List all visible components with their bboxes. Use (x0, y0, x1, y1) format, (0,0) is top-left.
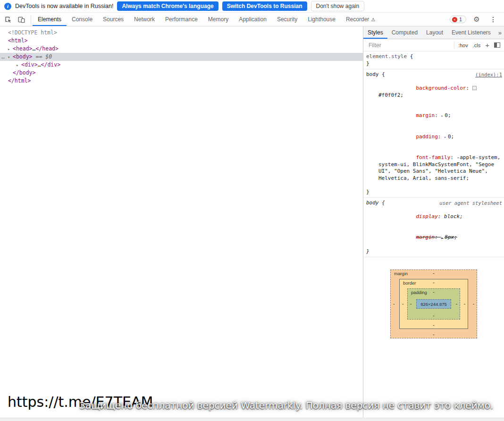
padding-label: padding (411, 290, 427, 295)
ellipsis: … (38, 61, 41, 68)
tree-row-html-close[interactable]: </html> (0, 77, 363, 85)
tab-recorder[interactable]: Recorder ⚠ (341, 13, 380, 26)
padding-right-value[interactable]: - (456, 302, 457, 306)
inspect-cursor-icon[interactable] (2, 14, 14, 25)
element-style-selector[interactable]: element.style (366, 53, 407, 59)
box-model-border[interactable]: border - - - - padding - - - - 82 (399, 279, 468, 329)
tree-row-body-close[interactable]: </body> (0, 69, 363, 77)
switch-devtools-russian-button[interactable]: Switch DevTools to Russian (222, 1, 307, 11)
css-property-display: display: block; (366, 207, 502, 227)
tab-sources[interactable]: Sources (98, 13, 129, 26)
expand-arrow-icon[interactable]: ▸ (441, 114, 443, 118)
box-model-content-size[interactable]: 826×244.875 (416, 299, 451, 309)
tab-styles[interactable]: Styles (363, 26, 387, 39)
box-model-padding[interactable]: padding - - - - 826×244.875 (407, 288, 460, 320)
margin-left-value[interactable]: - (393, 302, 395, 306)
border-left-value[interactable]: - (402, 302, 403, 306)
elements-panel: <!DOCTYPE html> <html> ▸<head>…</head> …… (0, 26, 363, 421)
css-property-font-family[interactable]: font-family: -apple-system, system-ui, B… (366, 148, 502, 189)
dont-show-again-button[interactable]: Don't show again (311, 1, 365, 11)
overflow-dots-icon[interactable]: … (1, 53, 4, 61)
tab-overflow-chevron-icon[interactable]: » (495, 26, 504, 39)
box-model-diagram: margin - - - - border - - - - padding (390, 269, 477, 338)
devtools-toolbar: Elements Console Sources Network Perform… (0, 13, 504, 26)
panel-tabs: Elements Console Sources Network Perform… (33, 13, 380, 26)
rule-selector[interactable]: body { (366, 71, 385, 77)
always-match-language-button[interactable]: Always match Chrome's language (117, 1, 218, 11)
dollar-zero-marker: == $0 (36, 53, 52, 60)
styles-sidebar: Styles Computed Layout Event Listeners »… (363, 26, 504, 421)
tab-layout[interactable]: Layout (422, 26, 447, 39)
styles-filter-input[interactable] (368, 42, 454, 49)
tree-row-doctype[interactable]: <!DOCTYPE html> (0, 29, 363, 37)
tab-security[interactable]: Security (272, 13, 302, 26)
tab-lighthouse[interactable]: Lighthouse (302, 13, 341, 26)
tree-row-div[interactable]: ▸<div>…</div> (0, 61, 363, 69)
new-style-rule-button[interactable]: + (485, 42, 489, 48)
color-swatch[interactable] (472, 86, 477, 90)
tab-computed[interactable]: Computed (387, 26, 422, 39)
devtools-window: i DevTools is now available in Russian! … (0, 0, 504, 421)
error-count-badge[interactable]: × 1 (450, 16, 466, 23)
padding-bottom-value[interactable]: - (433, 313, 434, 318)
watermark-text: Защищено бесплатной версией Watermarkly.… (79, 400, 493, 411)
border-bottom-value[interactable]: - (433, 323, 434, 328)
info-icon: i (4, 3, 11, 10)
padding-left-value[interactable]: - (410, 302, 412, 306)
styles-filter-row: :hov .cls + (363, 39, 504, 51)
tab-network[interactable]: Network (129, 13, 160, 26)
tab-elements[interactable]: Elements (33, 13, 67, 26)
settings-gear-icon[interactable]: ⚙ (470, 14, 483, 25)
box-model-margin[interactable]: margin - - - - border - - - - padding (390, 269, 477, 338)
expand-arrow-icon: ▸ (441, 236, 443, 240)
margin-top-value[interactable]: - (433, 271, 434, 276)
div-close-tag: </div> (41, 61, 61, 68)
element-style-rule: element.style { } (363, 51, 504, 69)
close-brace: } (366, 60, 502, 67)
div-open-tag: <div> (21, 61, 38, 68)
margin-bottom-value[interactable]: - (433, 332, 434, 337)
border-label: border (403, 280, 416, 286)
devtools-panes: <!DOCTYPE html> <html> ▸<head>…</head> …… (0, 26, 504, 421)
horizontal-scrollbar[interactable] (0, 418, 504, 421)
chevron-right-icon[interactable]: ▸ (8, 45, 13, 53)
tree-row-head[interactable]: ▸<head>…</head> (0, 45, 363, 53)
body-close-tag: </body> (13, 69, 35, 76)
css-property-margin-overridden: margin: ▸8px; (366, 227, 502, 248)
expand-arrow-icon[interactable]: ▸ (444, 135, 446, 139)
computed-sidebar-toggle-icon[interactable] (494, 42, 500, 48)
close-brace: } (366, 189, 502, 196)
doctype-text: <!DOCTYPE html> (8, 29, 57, 36)
css-property-background-color[interactable]: background-color: #f0f0f2; (366, 78, 502, 106)
css-property-padding[interactable]: padding: ▸0; (366, 126, 502, 148)
notification-bar: i DevTools is now available in Russian! … (0, 0, 504, 13)
chevron-right-icon[interactable]: ▸ (16, 61, 21, 69)
chevron-down-icon[interactable]: ▾ (8, 53, 13, 61)
tab-console[interactable]: Console (67, 13, 98, 26)
css-property-margin[interactable]: margin: ▸0; (366, 106, 502, 127)
error-count: 1 (459, 17, 462, 22)
user-agent-style-rule: user agent stylesheet body { display: bl… (363, 198, 504, 257)
margin-label: margin (394, 271, 408, 276)
device-toolbar-icon[interactable] (15, 14, 27, 25)
tree-row-html-open[interactable]: <html> (0, 37, 363, 45)
tab-event-listeners[interactable]: Event Listeners (447, 26, 495, 39)
warning-icon: ⚠ (371, 17, 375, 22)
head-close-tag: </head> (35, 45, 58, 52)
border-right-value[interactable]: - (464, 302, 465, 306)
tab-performance[interactable]: Performance (160, 13, 203, 26)
border-top-value[interactable]: - (433, 280, 434, 285)
kebab-menu-icon[interactable]: ⋮ (487, 14, 499, 25)
body-style-rule: (index):1 body { background-color: #f0f0… (363, 69, 504, 198)
tab-application[interactable]: Application (234, 13, 272, 26)
padding-top-value[interactable]: - (433, 290, 434, 295)
toggle-element-state-button[interactable]: :hov (458, 42, 468, 48)
element-classes-button[interactable]: .cls (473, 42, 481, 48)
margin-right-value[interactable]: - (473, 302, 474, 306)
toolbar-divider (31, 15, 31, 24)
user-agent-stylesheet-label: user agent stylesheet (439, 200, 502, 207)
stylesheet-source-link[interactable]: (index):1 (475, 71, 502, 78)
styles-tabbar: Styles Computed Layout Event Listeners » (363, 26, 504, 39)
tree-row-body-selected[interactable]: …▾<body>== $0 (0, 53, 363, 61)
tab-memory[interactable]: Memory (203, 13, 234, 26)
